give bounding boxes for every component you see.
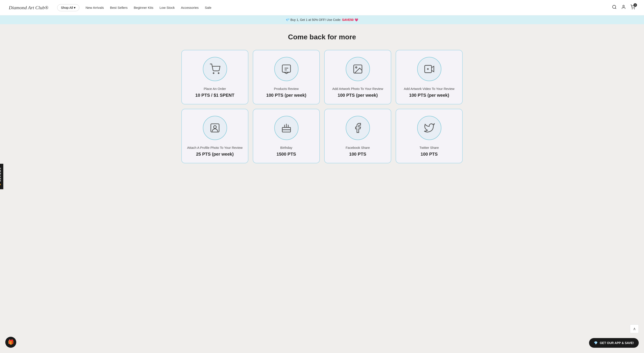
- nav-accessories[interactable]: Accessories: [181, 6, 199, 10]
- svg-point-0: [612, 5, 616, 8]
- page-title: Come back for more: [181, 33, 463, 41]
- nav-icons: 0: [612, 4, 635, 10]
- profile-icon-circle: [203, 116, 227, 140]
- svg-point-16: [284, 125, 285, 126]
- app-banner[interactable]: 💎 GET OUR APP & SAVE!: [589, 338, 639, 348]
- card-label-1: Products Review: [274, 86, 299, 91]
- svg-point-2: [623, 5, 624, 7]
- reviews-label: REVIEWS: [0, 167, 1, 182]
- account-icon[interactable]: [621, 4, 626, 10]
- svg-point-3: [632, 8, 632, 9]
- chevron-up-icon: ∧: [633, 326, 636, 331]
- navigation: Diamond Art Club® Shop All ▾ New Arrival…: [0, 0, 644, 16]
- twitter-icon-circle: [417, 116, 441, 140]
- svg-rect-7: [282, 65, 290, 72]
- cart-icon[interactable]: 0: [630, 4, 635, 10]
- video-icon-circle: [417, 57, 441, 81]
- card-pts-7: 100 PTS: [421, 152, 438, 157]
- reward-card-place-order[interactable]: Place An Order 10 PTS / $1 SPENT: [181, 50, 248, 104]
- nav-sale[interactable]: Sale: [205, 6, 212, 10]
- reward-card-facebook[interactable]: Facebook Share 100 PTS: [324, 109, 391, 163]
- card-label-3: Add Artwork Video To Your Review: [404, 86, 454, 91]
- main-content: Come back for more Place An Order 10 PTS…: [168, 24, 476, 176]
- reward-card-twitter[interactable]: Twitter Share 100 PTS: [396, 109, 463, 163]
- star-icon: ★: [0, 183, 2, 186]
- card-pts-2: 100 PTS (per week): [338, 93, 378, 98]
- shop-all-button[interactable]: Shop All ▾: [57, 4, 79, 11]
- nav-low-stock[interactable]: Low Stock: [160, 6, 175, 10]
- scroll-up-button[interactable]: ∧: [630, 324, 639, 333]
- promo-banner: 💎 Buy 1, Get 1 at 50% OFF! Use Code: SAV…: [0, 16, 644, 24]
- reviews-sidebar[interactable]: ★ REVIEWS: [0, 164, 3, 189]
- nav-beginner-kits[interactable]: Beginner Kits: [134, 6, 154, 10]
- birthday-icon-circle: [274, 116, 298, 140]
- card-pts-6: 100 PTS: [349, 152, 366, 157]
- app-banner-label: GET OUR APP & SAVE!: [600, 341, 634, 345]
- card-label-6: Facebook Share: [346, 145, 370, 150]
- reward-card-profile-photo[interactable]: Attach A Profile Photo To Your Review 25…: [181, 109, 248, 163]
- card-pts-0: 10 PTS / $1 SPENT: [196, 93, 234, 98]
- reward-card-artwork-photo[interactable]: Add Artwork Photo To Your Review 100 PTS…: [324, 50, 391, 104]
- gift-icon: 🎁: [8, 339, 14, 345]
- gift-button[interactable]: 🎁: [5, 337, 16, 348]
- review-icon-circle: [274, 57, 298, 81]
- svg-point-14: [214, 126, 216, 128]
- card-pts-5: 1500 PTS: [276, 152, 296, 157]
- reward-card-birthday[interactable]: Birthday 1500 PTS: [253, 109, 320, 163]
- chevron-down-icon: ▾: [74, 6, 76, 10]
- app-diamond-icon: 💎: [594, 341, 598, 345]
- svg-point-4: [634, 8, 634, 9]
- reward-card-products-review[interactable]: Products Review 100 PTS (per week): [253, 50, 320, 104]
- nav-links: Shop All ▾ New Arrivals Best Sellers Beg…: [57, 4, 612, 11]
- promo-code: SAVE50: [342, 18, 354, 22]
- reward-card-artwork-video[interactable]: Add Artwork Video To Your Review 100 PTS…: [396, 50, 463, 104]
- shop-all-label: Shop All: [61, 6, 73, 10]
- card-pts-3: 100 PTS (per week): [409, 93, 449, 98]
- cart-icon-circle: [203, 57, 227, 81]
- cart-count: 0: [634, 3, 637, 7]
- svg-point-6: [218, 73, 219, 74]
- svg-point-5: [213, 73, 214, 74]
- promo-text: 💎 Buy 1, Get 1 at 50% OFF! Use Code: SAV…: [286, 18, 358, 22]
- card-label-7: Twitter Share: [419, 145, 439, 150]
- card-label-0: Place An Order: [204, 86, 226, 91]
- card-label-2: Add Artwork Photo To Your Review: [332, 86, 383, 91]
- site-logo[interactable]: Diamond Art Club®: [9, 5, 48, 10]
- rewards-grid: Place An Order 10 PTS / $1 SPENT Product…: [181, 50, 463, 163]
- card-label-4: Attach A Profile Photo To Your Review: [187, 145, 242, 150]
- card-pts-4: 25 PTS (per week): [196, 152, 234, 157]
- nav-new-arrivals[interactable]: New Arrivals: [86, 6, 104, 10]
- svg-line-1: [615, 8, 616, 9]
- search-icon[interactable]: [612, 4, 617, 10]
- nav-best-sellers[interactable]: Best Sellers: [110, 6, 128, 10]
- svg-point-18: [288, 125, 288, 126]
- svg-point-9: [356, 67, 357, 68]
- facebook-icon-circle: [346, 116, 370, 140]
- photo-icon-circle: [346, 57, 370, 81]
- card-pts-1: 100 PTS (per week): [266, 93, 306, 98]
- svg-point-17: [286, 124, 286, 125]
- card-label-5: Birthday: [280, 145, 292, 150]
